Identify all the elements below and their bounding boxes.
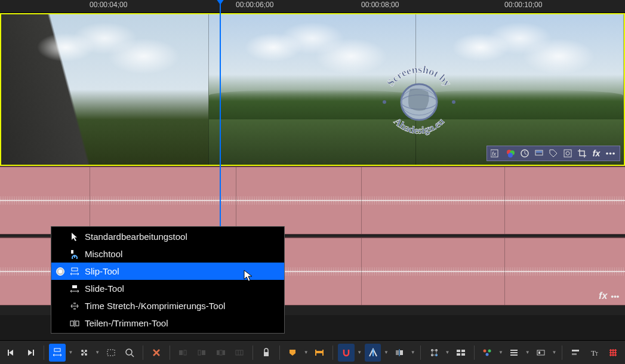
trim-seg-button[interactable] (231, 344, 248, 362)
svg-rect-35 (217, 350, 219, 355)
svg-rect-15 (564, 150, 571, 157)
fx-icon[interactable]: fx (491, 148, 501, 159)
clip-thumbnail (209, 14, 417, 165)
zoom-button[interactable] (121, 344, 138, 362)
svg-rect-56 (510, 350, 518, 351)
svg-rect-23 (33, 350, 34, 356)
svg-rect-34 (202, 350, 205, 355)
menu-item-label: Slip-Tool (85, 266, 119, 276)
color-circles-icon[interactable] (505, 148, 516, 159)
svg-point-53 (484, 349, 487, 352)
tag-icon[interactable] (548, 148, 559, 159)
svg-rect-42 (322, 350, 324, 356)
more-icon[interactable]: ••• (611, 292, 619, 301)
clock-icon[interactable] (519, 148, 530, 159)
svg-rect-18 (72, 268, 78, 271)
snap-grid-button[interactable] (392, 344, 408, 362)
layout-button[interactable] (452, 344, 469, 362)
more-icon[interactable]: ••• (605, 148, 616, 159)
snap-button[interactable] (338, 344, 355, 362)
dropdown-icon[interactable]: ▼ (303, 350, 309, 355)
trim-both-button[interactable] (213, 344, 229, 362)
svg-rect-14 (536, 151, 542, 153)
stack-button[interactable] (506, 344, 523, 362)
fx-text-icon[interactable]: fx (591, 148, 602, 159)
marker-button[interactable] (285, 344, 301, 362)
menu-item-split-tool[interactable]: Teilen-/Trimmen-Tool (51, 314, 284, 332)
region-button[interactable] (311, 344, 328, 362)
ruler-timecode: 00:00:08;00 (361, 1, 399, 9)
svg-rect-61 (572, 350, 579, 351)
tracks-button[interactable] (479, 344, 496, 362)
svg-rect-41 (315, 350, 316, 356)
align-button[interactable] (567, 344, 584, 362)
menu-item-label: Teilen-/Trimmen-Tool (85, 318, 168, 328)
clip-layout-button[interactable] (532, 344, 549, 362)
svg-rect-29 (107, 350, 115, 356)
play-start-button[interactable] (4, 344, 20, 362)
delete-button[interactable] (148, 344, 165, 362)
dropdown-icon[interactable]: ▼ (68, 350, 73, 355)
svg-rect-58 (510, 354, 518, 356)
audio-track[interactable] (0, 166, 625, 235)
svg-point-16 (566, 152, 569, 155)
svg-rect-44 (400, 350, 403, 355)
edit-tool-context-menu: Standardbearbeitungstool Mischtool Slip-… (51, 226, 285, 334)
edit-tool-button[interactable] (49, 344, 66, 362)
dropdown-icon[interactable]: ▼ (498, 350, 503, 355)
audio-waveform (0, 200, 625, 201)
auto-button[interactable] (426, 344, 442, 362)
lock-button[interactable] (258, 344, 275, 362)
svg-point-11 (508, 153, 513, 158)
clip-thumbnail (1, 14, 209, 165)
svg-rect-22 (8, 350, 9, 356)
svg-point-30 (126, 349, 132, 355)
menu-item-mix-tool[interactable]: Mischtool (51, 245, 284, 263)
video-track-clip[interactable]: Screenshot by Ahadesign.eu fx fx ••• (0, 13, 625, 166)
svg-rect-49 (457, 350, 460, 352)
menu-item-slide-tool[interactable]: Slide-Tool (51, 280, 284, 297)
dropdown-icon[interactable]: ▼ (552, 350, 557, 355)
svg-rect-31 (179, 350, 183, 355)
generate-icon[interactable] (562, 148, 573, 159)
trim-left-button[interactable] (175, 344, 192, 362)
svg-rect-20 (70, 321, 73, 326)
split-icon (69, 318, 80, 329)
grid-toggle-button[interactable] (605, 344, 621, 362)
timeline-ruler[interactable]: 00:00:04;00 00:00:06;00 00:00:08;00 00:0… (0, 0, 625, 13)
svg-text:T: T (595, 351, 598, 357)
svg-point-55 (486, 353, 489, 356)
marquee-button[interactable] (103, 344, 119, 362)
svg-rect-19 (72, 285, 77, 288)
svg-rect-39 (264, 352, 269, 356)
clip-properties-toolbar: fx fx ••• (487, 146, 620, 161)
svg-rect-51 (457, 353, 460, 356)
svg-rect-38 (236, 350, 243, 355)
menu-item-label: Slide-Tool (85, 283, 124, 294)
play-end-button[interactable] (23, 344, 39, 362)
dropdown-icon[interactable]: ▼ (410, 350, 415, 355)
menu-item-slip-tool[interactable]: Slip-Tool (51, 263, 284, 280)
svg-rect-32 (184, 350, 186, 355)
dropdown-icon[interactable]: ▼ (357, 350, 362, 355)
pointer-icon (69, 232, 80, 242)
ruler-timecode: 00:00:10;00 (504, 1, 542, 9)
dropdown-icon[interactable]: ▼ (445, 350, 450, 355)
svg-rect-24 (54, 348, 60, 351)
monitor-icon[interactable] (534, 148, 544, 159)
dropdown-icon[interactable]: ▼ (383, 350, 389, 355)
timeline-toolbar: ▼ ▼ ▼ ▼ ▼ ▼ ▼ ▼ ▼ ▼ TT (0, 340, 625, 364)
svg-rect-57 (510, 352, 518, 353)
trim-right-button[interactable] (193, 344, 210, 362)
crop-icon[interactable] (577, 148, 587, 159)
menu-item-stretch-tool[interactable]: Time Stretch-/Komprimierungs-Tool (51, 297, 284, 314)
fx-text-icon[interactable]: fx (599, 291, 607, 301)
link-button[interactable] (76, 344, 93, 362)
snap-edge-button[interactable] (365, 344, 381, 362)
menu-item-standard-tool[interactable]: Standardbearbeitungstool (51, 228, 284, 245)
svg-rect-17 (71, 250, 73, 254)
dropdown-icon[interactable]: ▼ (95, 350, 100, 355)
dropdown-icon[interactable]: ▼ (525, 350, 530, 355)
text-button[interactable]: TT (586, 344, 603, 362)
svg-rect-62 (572, 353, 577, 355)
